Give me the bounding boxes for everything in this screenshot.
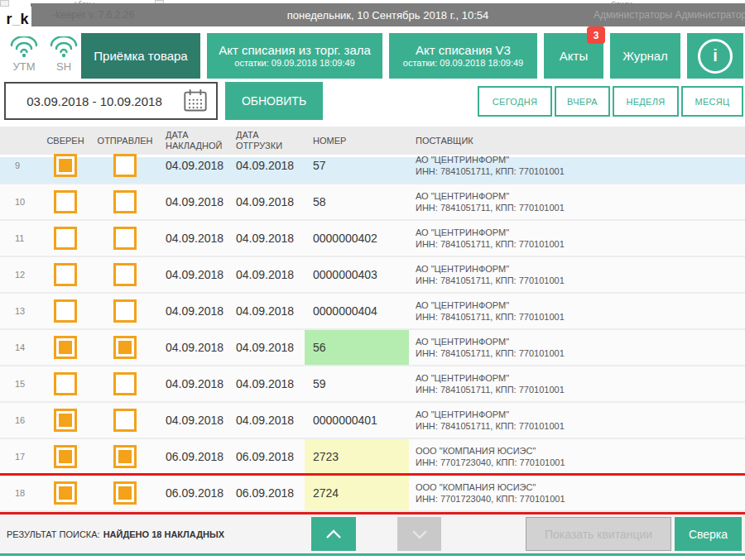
sveren-checkbox[interactable] [54,445,77,468]
scroll-up-button[interactable] [311,517,356,551]
invoice-date: 04.09.2018 [159,257,232,292]
invoice-number: 57 [305,148,409,183]
sh-label: SH [56,60,71,73]
footer-bar: РЕЗУЛЬТАТ ПОИСКА: НАЙДЕНО 18 НАКЛАДНЫХ П… [0,515,745,553]
table-row[interactable]: 9 04.09.2018 04.09.2018 57 АО "ЦЕНТРИНФО… [0,157,745,184]
info-button[interactable]: i [687,33,743,79]
table-row[interactable]: 14 04.09.2018 04.09.2018 56 АО "ЦЕНТРИНФ… [0,330,745,366]
table-row[interactable]: 18 06.09.2018 06.09.2018 2724 ООО "КОМПА… [0,476,745,512]
table-row[interactable]: 12 04.09.2018 04.09.2018 0000000403 АО "… [0,257,745,294]
sveren-checkbox[interactable] [54,227,77,250]
otpravlen-checkbox[interactable] [113,263,137,286]
show-receipts-button[interactable]: Показать квитанции [526,517,671,551]
supplier-name: АО "ЦЕНТРИНФОРМ" [416,299,745,311]
priemka-tovara-button[interactable]: Приёмка товара [81,33,200,79]
table-row[interactable]: 15 04.09.2018 04.09.2018 59 АО "ЦЕНТРИНФ… [0,366,745,403]
header-supplier: ПОСТАВЩИК [409,136,745,146]
supplier-name: АО "ЦЕНТРИНФОРМ" [416,154,745,165]
wifi-icon [48,36,79,60]
date-range-value: 03.09.2018 - 10.09.2018 [6,94,183,108]
otpravlen-checkbox[interactable] [113,227,137,250]
sveren-checkbox[interactable] [54,190,77,213]
table-row[interactable]: 10 04.09.2018 04.09.2018 58 АО "ЦЕНТРИНФ… [0,184,745,221]
chevron-down-icon [410,528,430,541]
table-row[interactable]: 13 04.09.2018 04.09.2018 0000000404 АО "… [0,294,745,330]
ship-date: 04.09.2018 [232,257,305,292]
wifi-icon [8,36,40,60]
sveren-checkbox[interactable] [54,299,77,323]
header-sveren: СВЕРЕН [40,136,91,146]
akty-button[interactable]: Акты 3 [544,33,603,79]
supplier-name: АО "ЦЕНТРИНФОРМ" [416,372,745,384]
ship-date: 06.09.2018 [232,439,305,474]
ship-date: 04.09.2018 [232,366,305,401]
supplier-name: АО "ЦЕНТРИНФОРМ" [416,409,745,420]
scroll-down-button[interactable] [397,517,441,551]
table-row[interactable]: 11 04.09.2018 04.09.2018 0000000402 АО "… [0,221,745,257]
chevron-up-icon [324,528,344,541]
akt-spisaniya-zala-button[interactable]: Акт списания из торг. зала остатки: 09.0… [207,33,382,79]
otpravlen-checkbox[interactable] [113,336,137,359]
supplier-inn: ИНН: 7841051711, КПП: 770101001 [416,202,745,213]
ship-date: 04.09.2018 [232,330,305,365]
app-window: Абазы Стили -keeper v. 7.6.2.26 понедель… [0,0,745,560]
calendar-icon[interactable] [183,89,208,113]
invoice-date: 06.09.2018 [159,439,232,474]
ship-date: 04.09.2018 [232,148,305,183]
sveren-checkbox[interactable] [54,263,77,286]
sveren-checkbox[interactable] [54,154,77,177]
invoice-date: 04.09.2018 [159,221,232,256]
quick-filter-month[interactable]: МЕСЯЦ [681,86,743,117]
zhurnal-button[interactable]: Журнал [610,33,680,79]
otpravlen-checkbox[interactable] [113,481,137,505]
otpravlen-checkbox[interactable] [113,372,137,395]
sveren-checkbox[interactable] [54,481,77,505]
supplier-inn: ИНН: 7841051711, КПП: 770101001 [416,420,745,432]
otpravlen-checkbox[interactable] [113,190,137,213]
otpravlen-checkbox[interactable] [113,409,137,432]
supplier-inn: ИНН: 7841051711, КПП: 770101001 [416,165,745,177]
supplier-inn: ИНН: 7841051711, КПП: 770101001 [416,275,745,286]
quick-filter-week[interactable]: НЕДЕЛЯ [613,86,679,117]
sveren-checkbox[interactable] [54,336,77,359]
quick-filter-yesterday[interactable]: ВЧЕРА [555,86,610,117]
supplier-name: АО "ЦЕНТРИНФОРМ" [416,263,745,275]
invoice-number: 59 [305,366,409,401]
otpravlen-checkbox[interactable] [113,445,137,468]
refresh-button[interactable]: ОБНОВИТЬ [225,82,323,120]
otpravlen-checkbox[interactable] [113,299,137,323]
invoice-number: 0000000402 [305,221,409,256]
ship-date: 06.09.2018 [232,476,305,510]
supplier-name: АО "ЦЕНТРИНФОРМ" [416,336,745,347]
table-row[interactable]: 17 06.09.2018 06.09.2018 2723 ООО "КОМПА… [0,439,745,476]
ship-date: 04.09.2018 [232,221,305,256]
table-row[interactable]: 16 04.09.2018 04.09.2018 0000000401 АО "… [0,403,745,439]
date-range-input[interactable]: 03.09.2018 - 10.09.2018 [4,82,218,120]
quick-filter-today[interactable]: СЕГОДНЯ [478,86,552,117]
otpravlen-checkbox[interactable] [113,154,137,177]
info-icon: i [698,39,733,74]
supplier-cell: АО "ЦЕНТРИНФОРМ" ИНН: 7841051711, КПП: 7… [409,294,745,328]
invoice-number: 2724 [305,476,409,510]
ship-date: 04.09.2018 [232,184,305,219]
supplier-inn: ИНН: 7701723040, КПП: 770101001 [416,493,745,505]
row-number: 10 [0,184,40,219]
sverka-button[interactable]: Сверка [675,517,742,551]
supplier-cell: АО "ЦЕНТРИНФОРМ" ИНН: 7841051711, КПП: 7… [409,184,745,219]
invoice-number: 56 [305,330,409,365]
akt-spisaniya-v3-button[interactable]: Акт списания V3 остатки: 09.09.2018 18:0… [389,33,537,79]
header-otpravlen: ОТПРАВЛЕН [91,136,159,146]
ship-date: 04.09.2018 [232,403,305,438]
supplier-cell: АО "ЦЕНТРИНФОРМ" ИНН: 7841051711, КПП: 7… [409,366,745,401]
sveren-checkbox[interactable] [54,409,77,432]
invoice-table: 9 04.09.2018 04.09.2018 57 АО "ЦЕНТРИНФО… [0,157,745,512]
titlebar-user: Администраторы Администратор [594,9,745,21]
supplier-cell: АО "ЦЕНТРИНФОРМ" ИНН: 7841051711, КПП: 7… [409,148,745,183]
row-number: 16 [0,403,40,438]
row-number: 11 [0,221,40,256]
supplier-inn: ИНН: 7841051711, КПП: 770101001 [416,384,745,395]
supplier-inn: ИНН: 7701723040, КПП: 770101001 [416,457,745,468]
sveren-checkbox[interactable] [54,372,77,395]
background-window-corner [0,0,9,7]
supplier-cell: АО "ЦЕНТРИНФОРМ" ИНН: 7841051711, КПП: 7… [409,221,745,256]
